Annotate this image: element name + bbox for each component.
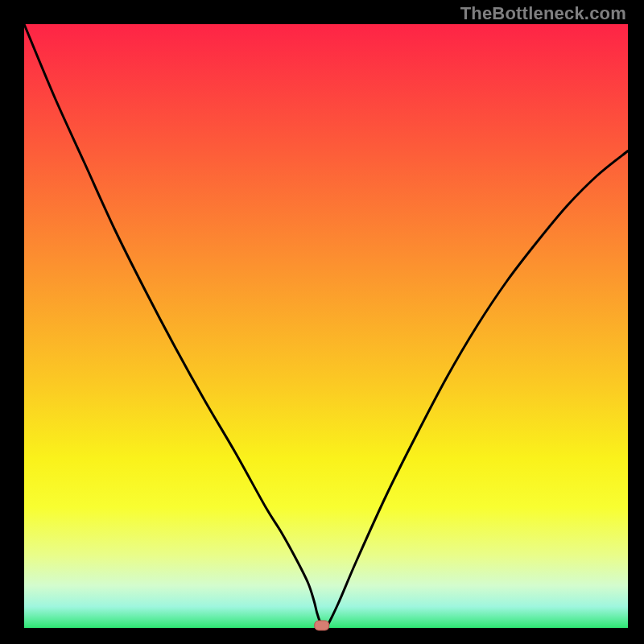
chart-frame: { "watermark": "TheBottleneck.com", "cha… [0,0,644,644]
optimal-marker [315,621,329,630]
bottleneck-chart [0,0,644,644]
plot-background [24,24,628,628]
